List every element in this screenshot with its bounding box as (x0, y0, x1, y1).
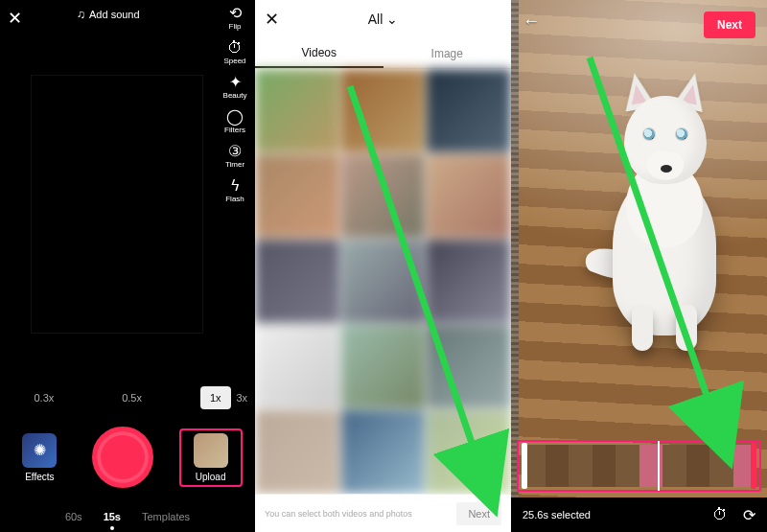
filters-button[interactable]: ◯Filters (219, 109, 251, 134)
media-thumb[interactable] (427, 69, 511, 152)
back-icon[interactable]: ← (523, 12, 540, 32)
gallery-header: ✕ All ⌄ (255, 0, 511, 38)
speed-button[interactable]: ⏱Speed (219, 40, 251, 65)
media-thumb[interactable] (255, 154, 339, 238)
album-dropdown[interactable]: All ⌄ (368, 12, 399, 27)
timeline-frame[interactable] (709, 445, 733, 487)
camera-viewport (31, 75, 203, 334)
mode-60s[interactable]: 60s (65, 511, 82, 522)
trim-bottom-bar: 25.6s selected ⏱ ⟳ (511, 497, 767, 532)
upload-highlight: Upload (179, 428, 243, 487)
camera-screen: ✕ ♫ Add sound ⟲Flip ⏱Speed ✦Beauty ◯Filt… (0, 0, 255, 532)
trim-screen: ← Next 25.6s selected ⏱ (511, 0, 767, 532)
media-thumb[interactable] (341, 69, 426, 152)
trim-handle-left[interactable] (522, 443, 527, 489)
tab-image[interactable]: Image (384, 38, 512, 68)
zoom-0-3x[interactable]: 0.3x (24, 386, 63, 409)
media-thumb[interactable] (255, 240, 339, 323)
gallery-footer: You can select both videos and photos Ne… (255, 494, 511, 532)
media-thumb[interactable] (341, 325, 426, 408)
gallery-screen: ✕ All ⌄ Videos Image (255, 0, 511, 532)
timeline-frame[interactable] (546, 445, 569, 487)
timeline-frame[interactable] (593, 445, 616, 487)
next-button[interactable]: Next (456, 502, 501, 525)
media-thumb[interactable] (341, 410, 426, 494)
upload-icon (194, 433, 228, 468)
close-icon[interactable]: ✕ (265, 9, 279, 30)
trim-handle-right[interactable] (751, 443, 756, 489)
timer-button[interactable]: ③Timer (219, 144, 251, 169)
speed-icon: ⏱ (219, 40, 251, 56)
trim-timeline[interactable] (522, 445, 756, 487)
flash-button[interactable]: ϟFlash (219, 178, 251, 203)
upload-button[interactable]: Upload (184, 433, 238, 482)
effects-button[interactable]: ✺ Effects (12, 433, 66, 482)
camera-tools: ⟲Flip ⏱Speed ✦Beauty ◯Filters ③Timer ϟFl… (219, 6, 251, 203)
timeline-frame[interactable] (569, 445, 593, 487)
media-thumb[interactable] (427, 154, 511, 238)
close-icon[interactable]: ✕ (8, 8, 22, 29)
gallery-tabs: Videos Image (255, 38, 511, 69)
media-thumb[interactable] (427, 325, 511, 408)
beauty-icon: ✦ (219, 75, 251, 90)
media-thumb[interactable] (427, 410, 511, 494)
gallery-hint: You can select both videos and photos (265, 509, 412, 519)
flip-icon: ⟲ (219, 6, 251, 21)
add-sound-button[interactable]: ♫ Add sound (77, 8, 140, 21)
media-thumb[interactable] (255, 69, 339, 152)
camera-mode-row: 60s 15s Templates (0, 511, 255, 522)
timeline-frame[interactable] (662, 445, 686, 487)
zoom-3x[interactable]: 3x (226, 386, 255, 409)
media-thumb[interactable] (341, 240, 426, 323)
preview-subject (569, 58, 751, 345)
flip-button[interactable]: ⟲Flip (219, 6, 251, 31)
selected-duration: 25.6s selected (523, 509, 591, 520)
media-grid[interactable] (255, 69, 511, 494)
next-button[interactable]: Next (704, 12, 755, 38)
mode-15s[interactable]: 15s (104, 511, 121, 522)
filters-icon: ◯ (219, 109, 251, 125)
media-thumb[interactable] (427, 240, 511, 323)
trim-bar-icons: ⏱ ⟳ (712, 506, 755, 524)
add-sound-label: Add sound (89, 9, 140, 20)
tab-videos[interactable]: Videos (255, 38, 384, 68)
zoom-row: 0.3x 0.5x 1x 3x (0, 386, 255, 409)
flash-icon: ϟ (219, 178, 251, 194)
record-button[interactable] (92, 427, 153, 488)
beauty-button[interactable]: ✦Beauty (219, 75, 251, 100)
camera-bottom-row: ✺ Effects Upload (0, 427, 255, 488)
speed-icon[interactable]: ⏱ (712, 506, 728, 524)
zoom-0-5x[interactable]: 0.5x (112, 386, 151, 409)
timeline-highlight (517, 440, 761, 492)
mode-templates[interactable]: Templates (142, 511, 190, 522)
timer-icon: ③ (219, 144, 251, 159)
playhead[interactable] (658, 441, 660, 491)
effects-icon: ✺ (22, 433, 57, 468)
chevron-down-icon: ⌄ (386, 12, 398, 27)
media-thumb[interactable] (255, 410, 339, 494)
media-thumb[interactable] (341, 154, 426, 238)
timeline-frame[interactable] (686, 445, 710, 487)
rotate-icon[interactable]: ⟳ (743, 506, 755, 524)
music-note-icon: ♫ (77, 8, 85, 21)
timeline-frame[interactable] (616, 445, 639, 487)
media-thumb[interactable] (255, 325, 339, 408)
